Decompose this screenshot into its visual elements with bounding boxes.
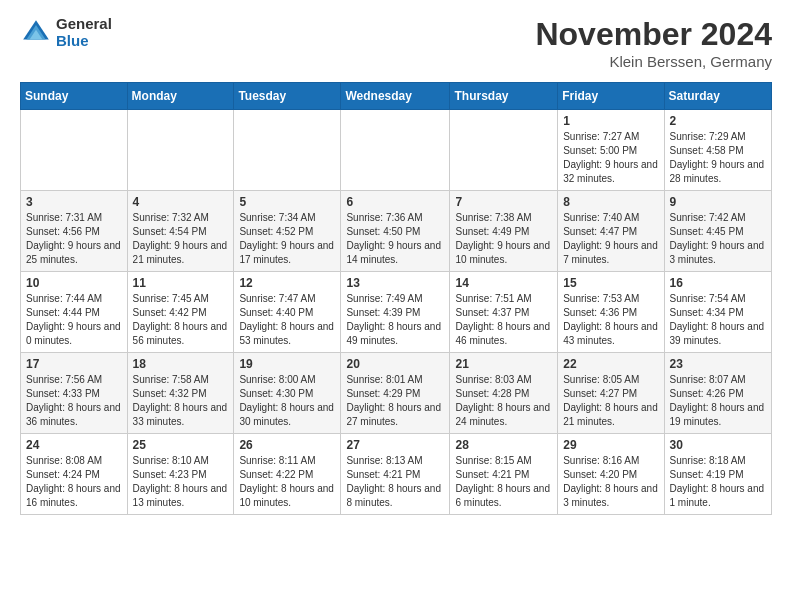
title-location: Klein Berssen, Germany — [535, 53, 772, 70]
day-number-6: 6 — [346, 195, 444, 209]
day-info-27: Sunrise: 8:13 AM Sunset: 4:21 PM Dayligh… — [346, 454, 444, 510]
day-info-15: Sunrise: 7:53 AM Sunset: 4:36 PM Dayligh… — [563, 292, 658, 348]
day-number-1: 1 — [563, 114, 658, 128]
calendar-cell-1-5: 8Sunrise: 7:40 AM Sunset: 4:47 PM Daylig… — [558, 191, 664, 272]
day-number-23: 23 — [670, 357, 766, 371]
calendar-cell-4-0: 24Sunrise: 8:08 AM Sunset: 4:24 PM Dayli… — [21, 434, 128, 515]
day-number-26: 26 — [239, 438, 335, 452]
calendar-cell-0-1 — [127, 110, 234, 191]
day-number-15: 15 — [563, 276, 658, 290]
logo-text: General Blue — [56, 16, 112, 49]
col-wednesday: Wednesday — [341, 83, 450, 110]
calendar-cell-1-0: 3Sunrise: 7:31 AM Sunset: 4:56 PM Daylig… — [21, 191, 128, 272]
day-info-9: Sunrise: 7:42 AM Sunset: 4:45 PM Dayligh… — [670, 211, 766, 267]
day-info-8: Sunrise: 7:40 AM Sunset: 4:47 PM Dayligh… — [563, 211, 658, 267]
col-monday: Monday — [127, 83, 234, 110]
day-number-2: 2 — [670, 114, 766, 128]
day-info-30: Sunrise: 8:18 AM Sunset: 4:19 PM Dayligh… — [670, 454, 766, 510]
day-info-23: Sunrise: 8:07 AM Sunset: 4:26 PM Dayligh… — [670, 373, 766, 429]
calendar-cell-2-6: 16Sunrise: 7:54 AM Sunset: 4:34 PM Dayli… — [664, 272, 771, 353]
calendar-cell-1-3: 6Sunrise: 7:36 AM Sunset: 4:50 PM Daylig… — [341, 191, 450, 272]
calendar-cell-4-5: 29Sunrise: 8:16 AM Sunset: 4:20 PM Dayli… — [558, 434, 664, 515]
day-number-19: 19 — [239, 357, 335, 371]
day-number-20: 20 — [346, 357, 444, 371]
day-info-14: Sunrise: 7:51 AM Sunset: 4:37 PM Dayligh… — [455, 292, 552, 348]
calendar-cell-0-2 — [234, 110, 341, 191]
day-info-1: Sunrise: 7:27 AM Sunset: 5:00 PM Dayligh… — [563, 130, 658, 186]
day-number-16: 16 — [670, 276, 766, 290]
day-info-6: Sunrise: 7:36 AM Sunset: 4:50 PM Dayligh… — [346, 211, 444, 267]
calendar-cell-2-5: 15Sunrise: 7:53 AM Sunset: 4:36 PM Dayli… — [558, 272, 664, 353]
day-number-11: 11 — [133, 276, 229, 290]
calendar-cell-4-2: 26Sunrise: 8:11 AM Sunset: 4:22 PM Dayli… — [234, 434, 341, 515]
page: General Blue November 2024 Klein Berssen… — [0, 0, 792, 535]
logo-icon — [20, 17, 52, 49]
header: General Blue November 2024 Klein Berssen… — [20, 16, 772, 70]
day-info-24: Sunrise: 8:08 AM Sunset: 4:24 PM Dayligh… — [26, 454, 122, 510]
day-number-8: 8 — [563, 195, 658, 209]
day-number-7: 7 — [455, 195, 552, 209]
day-number-3: 3 — [26, 195, 122, 209]
day-info-19: Sunrise: 8:00 AM Sunset: 4:30 PM Dayligh… — [239, 373, 335, 429]
day-number-5: 5 — [239, 195, 335, 209]
day-info-20: Sunrise: 8:01 AM Sunset: 4:29 PM Dayligh… — [346, 373, 444, 429]
day-info-22: Sunrise: 8:05 AM Sunset: 4:27 PM Dayligh… — [563, 373, 658, 429]
day-number-25: 25 — [133, 438, 229, 452]
day-info-3: Sunrise: 7:31 AM Sunset: 4:56 PM Dayligh… — [26, 211, 122, 267]
calendar-cell-1-1: 4Sunrise: 7:32 AM Sunset: 4:54 PM Daylig… — [127, 191, 234, 272]
calendar-cell-2-4: 14Sunrise: 7:51 AM Sunset: 4:37 PM Dayli… — [450, 272, 558, 353]
calendar-cell-2-3: 13Sunrise: 7:49 AM Sunset: 4:39 PM Dayli… — [341, 272, 450, 353]
calendar-cell-3-0: 17Sunrise: 7:56 AM Sunset: 4:33 PM Dayli… — [21, 353, 128, 434]
day-number-28: 28 — [455, 438, 552, 452]
day-number-21: 21 — [455, 357, 552, 371]
day-number-18: 18 — [133, 357, 229, 371]
calendar-cell-1-6: 9Sunrise: 7:42 AM Sunset: 4:45 PM Daylig… — [664, 191, 771, 272]
day-number-4: 4 — [133, 195, 229, 209]
calendar-cell-2-2: 12Sunrise: 7:47 AM Sunset: 4:40 PM Dayli… — [234, 272, 341, 353]
day-number-12: 12 — [239, 276, 335, 290]
week-row-2: 10Sunrise: 7:44 AM Sunset: 4:44 PM Dayli… — [21, 272, 772, 353]
day-info-26: Sunrise: 8:11 AM Sunset: 4:22 PM Dayligh… — [239, 454, 335, 510]
day-info-16: Sunrise: 7:54 AM Sunset: 4:34 PM Dayligh… — [670, 292, 766, 348]
col-sunday: Sunday — [21, 83, 128, 110]
day-number-30: 30 — [670, 438, 766, 452]
logo: General Blue — [20, 16, 112, 49]
day-number-27: 27 — [346, 438, 444, 452]
calendar-cell-2-1: 11Sunrise: 7:45 AM Sunset: 4:42 PM Dayli… — [127, 272, 234, 353]
col-thursday: Thursday — [450, 83, 558, 110]
day-info-11: Sunrise: 7:45 AM Sunset: 4:42 PM Dayligh… — [133, 292, 229, 348]
day-info-28: Sunrise: 8:15 AM Sunset: 4:21 PM Dayligh… — [455, 454, 552, 510]
week-row-4: 24Sunrise: 8:08 AM Sunset: 4:24 PM Dayli… — [21, 434, 772, 515]
day-number-17: 17 — [26, 357, 122, 371]
day-number-13: 13 — [346, 276, 444, 290]
calendar-cell-3-1: 18Sunrise: 7:58 AM Sunset: 4:32 PM Dayli… — [127, 353, 234, 434]
day-number-29: 29 — [563, 438, 658, 452]
day-info-13: Sunrise: 7:49 AM Sunset: 4:39 PM Dayligh… — [346, 292, 444, 348]
title-block: November 2024 Klein Berssen, Germany — [535, 16, 772, 70]
week-row-1: 3Sunrise: 7:31 AM Sunset: 4:56 PM Daylig… — [21, 191, 772, 272]
day-number-9: 9 — [670, 195, 766, 209]
day-number-14: 14 — [455, 276, 552, 290]
calendar-cell-1-4: 7Sunrise: 7:38 AM Sunset: 4:49 PM Daylig… — [450, 191, 558, 272]
day-number-10: 10 — [26, 276, 122, 290]
day-info-17: Sunrise: 7:56 AM Sunset: 4:33 PM Dayligh… — [26, 373, 122, 429]
calendar-cell-0-6: 2Sunrise: 7:29 AM Sunset: 4:58 PM Daylig… — [664, 110, 771, 191]
calendar-cell-2-0: 10Sunrise: 7:44 AM Sunset: 4:44 PM Dayli… — [21, 272, 128, 353]
day-info-29: Sunrise: 8:16 AM Sunset: 4:20 PM Dayligh… — [563, 454, 658, 510]
day-info-2: Sunrise: 7:29 AM Sunset: 4:58 PM Dayligh… — [670, 130, 766, 186]
logo-blue: Blue — [56, 33, 112, 50]
col-friday: Friday — [558, 83, 664, 110]
calendar-table: Sunday Monday Tuesday Wednesday Thursday… — [20, 82, 772, 515]
title-month: November 2024 — [535, 16, 772, 53]
calendar-cell-3-3: 20Sunrise: 8:01 AM Sunset: 4:29 PM Dayli… — [341, 353, 450, 434]
week-row-0: 1Sunrise: 7:27 AM Sunset: 5:00 PM Daylig… — [21, 110, 772, 191]
day-info-18: Sunrise: 7:58 AM Sunset: 4:32 PM Dayligh… — [133, 373, 229, 429]
calendar-cell-4-4: 28Sunrise: 8:15 AM Sunset: 4:21 PM Dayli… — [450, 434, 558, 515]
day-number-22: 22 — [563, 357, 658, 371]
logo-general: General — [56, 16, 112, 33]
calendar-cell-0-0 — [21, 110, 128, 191]
calendar-cell-3-5: 22Sunrise: 8:05 AM Sunset: 4:27 PM Dayli… — [558, 353, 664, 434]
day-info-10: Sunrise: 7:44 AM Sunset: 4:44 PM Dayligh… — [26, 292, 122, 348]
calendar-cell-1-2: 5Sunrise: 7:34 AM Sunset: 4:52 PM Daylig… — [234, 191, 341, 272]
calendar-cell-4-6: 30Sunrise: 8:18 AM Sunset: 4:19 PM Dayli… — [664, 434, 771, 515]
